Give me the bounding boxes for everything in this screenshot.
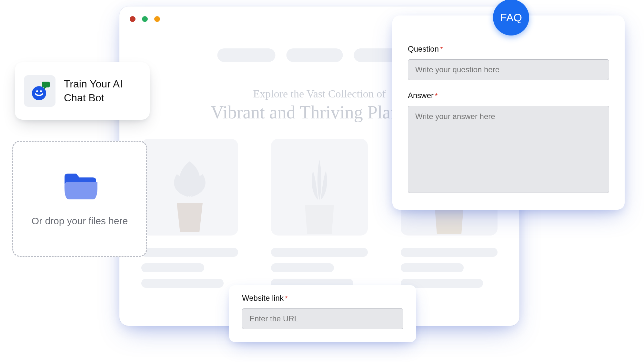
- faq-answer-label-text: Answer: [408, 91, 434, 100]
- faq-question-field: Question*: [408, 45, 609, 80]
- product-card: [141, 139, 238, 294]
- website-link-input[interactable]: [242, 308, 403, 329]
- product-image-placeholder: [141, 139, 238, 236]
- faq-answer-label: Answer*: [408, 91, 609, 100]
- stage: Explore the Vast Collection of Vibrant a…: [0, 0, 644, 362]
- train-chatbot-title: Train Your AI Chat Bot: [64, 77, 123, 105]
- product-text-placeholder: [141, 248, 238, 288]
- faq-card: FAQ Question* Answer*: [392, 15, 625, 210]
- nav-placeholder-row: [217, 48, 422, 62]
- required-indicator: *: [285, 294, 288, 302]
- file-drop-label: Or drop your files here: [32, 216, 128, 226]
- train-title-line-1: Train Your AI: [64, 78, 123, 90]
- website-link-card: Website link*: [229, 285, 416, 342]
- svg-rect-5: [42, 82, 50, 87]
- file-drop-zone[interactable]: Or drop your files here: [12, 141, 147, 257]
- faq-answer-input[interactable]: [408, 106, 609, 193]
- faq-question-label: Question*: [408, 45, 609, 54]
- window-traffic-lights: [130, 16, 160, 22]
- website-link-label-text: Website link: [242, 294, 284, 302]
- faq-question-input[interactable]: [408, 59, 609, 80]
- nav-placeholder: [217, 48, 276, 62]
- required-indicator: *: [435, 92, 438, 100]
- window-minimize-icon[interactable]: [142, 16, 148, 22]
- plant-icon: [287, 158, 352, 236]
- train-chatbot-card: Train Your AI Chat Bot: [15, 62, 150, 120]
- window-zoom-icon[interactable]: [154, 16, 160, 22]
- faq-badge: FAQ: [493, 0, 529, 35]
- plant-icon: [157, 158, 222, 236]
- svg-point-4: [40, 90, 42, 92]
- product-text-placeholder: [401, 248, 498, 288]
- required-indicator: *: [440, 45, 443, 53]
- train-title-line-2: Chat Bot: [64, 92, 104, 104]
- product-card: [271, 139, 368, 294]
- website-link-label: Website link*: [242, 294, 403, 303]
- window-close-icon[interactable]: [130, 16, 136, 22]
- faq-question-label-text: Question: [408, 45, 439, 53]
- chatbot-icon: [24, 75, 55, 107]
- nav-placeholder: [287, 48, 343, 62]
- svg-point-3: [36, 90, 38, 92]
- product-image-placeholder: [271, 139, 368, 236]
- folder-icon: [62, 171, 97, 205]
- faq-answer-field: Answer*: [408, 91, 609, 194]
- svg-rect-2: [35, 88, 43, 94]
- product-text-placeholder: [271, 248, 368, 288]
